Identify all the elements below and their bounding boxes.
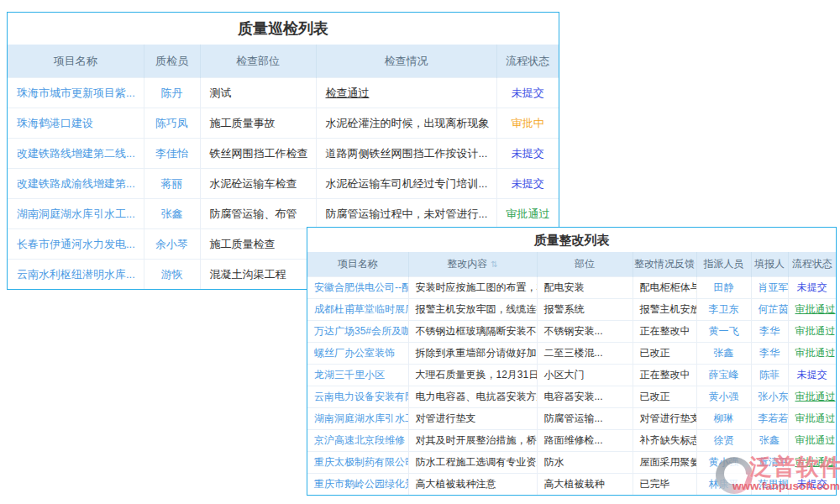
column-header-3: 整改情况反馈 <box>633 252 696 277</box>
check-situation-cell: 道路两侧铁丝网围挡工作按设计... <box>316 139 496 169</box>
table-row: 龙湖三千里小区大理石质量更换，12月31日之...小区大门正在整改中薛宝峰陈菲未… <box>307 365 836 386</box>
column-header-1[interactable]: 整改内容⇅ <box>408 252 537 277</box>
check-part-cell: 测试 <box>200 78 316 108</box>
flow-status-badge[interactable]: 审批通过 <box>788 408 836 430</box>
reporter-name-cell[interactable]: 陈菲 <box>751 365 788 386</box>
feedback-cell: 屋面采用聚氨... <box>633 452 696 474</box>
inspector-name-cell[interactable]: 蒋丽 <box>144 169 200 199</box>
reporter-name-cell[interactable]: 何芷茵 <box>751 299 788 321</box>
project-name-cell[interactable]: 螺丝厂办公室装饰 <box>307 343 408 365</box>
part-cell: 路面维修检... <box>537 430 633 452</box>
flow-status-badge[interactable]: 未提交 <box>496 139 559 169</box>
project-name-cell[interactable]: 云南电力设备安装有限公司20... <box>307 386 408 408</box>
part-cell: 小区大门 <box>537 365 633 386</box>
part-cell: 防腐管运输... <box>537 408 633 430</box>
reporter-name-cell[interactable]: 李华 <box>751 321 788 343</box>
table-row: 改建铁路线增建第二线...李佳怡铁丝网围挡工作检查道路两侧铁丝网围挡工作按设计.… <box>8 139 559 169</box>
column-header-2: 检查部位 <box>200 45 316 78</box>
rectification-header-row: 项目名称整改内容⇅部位整改情况反馈指派人员填报人流程状态 <box>307 252 836 277</box>
table-row: 湖南洞庭湖水库引水工...张鑫防腐管运输、布管防腐管运输过程中，未对管进行...… <box>8 199 559 229</box>
table-row: 改建铁路成渝线增建第...蒋丽水泥砼运输车检查水泥砼运输车司机经过专门培训...… <box>8 169 559 199</box>
inspector-name-cell[interactable]: 余小琴 <box>144 229 200 260</box>
project-name-cell[interactable]: 成都杜甫草堂临时展厅独立展... <box>307 299 408 321</box>
flow-status-badge[interactable]: 未提交 <box>496 78 559 108</box>
check-part-cell: 施工质量事故 <box>200 108 316 139</box>
assignee-name-cell[interactable]: 徐贤 <box>696 430 751 452</box>
feedback-cell: 已完毕 <box>633 474 696 496</box>
check-part-cell: 施工质量检查 <box>200 229 316 260</box>
inspector-name-cell[interactable]: 李佳怡 <box>144 139 200 169</box>
rectify-content-cell: 高大植被栽种注意 <box>408 474 537 496</box>
reporter-name-cell[interactable]: 肖亚军 <box>751 277 788 299</box>
column-header-2: 部位 <box>537 252 633 277</box>
project-name-cell[interactable]: 改建铁路成渝线增建第... <box>8 169 144 199</box>
flow-status-badge[interactable]: 未提交 <box>788 365 836 386</box>
flow-status-badge[interactable]: 审批通过 <box>788 299 836 321</box>
inspection-list-title: 质量巡检列表 <box>8 13 559 45</box>
part-cell: 防水 <box>537 452 633 474</box>
table-row: 珠海鹤港口建设陈巧凤施工质量事故水泥砼灌注的时候，出现离析现象审批中 <box>8 108 559 139</box>
assignee-name-cell[interactable]: 李卫东 <box>696 299 751 321</box>
feedback-cell: 已改正 <box>633 386 696 408</box>
assignee-name-cell[interactable]: 黄小强 <box>696 386 751 408</box>
project-name-cell[interactable]: 改建铁路线增建第二线... <box>8 139 144 169</box>
rectify-content-cell: 大理石质量更换，12月31日之... <box>408 365 537 386</box>
watermark-url: www.fanpusoft.com <box>732 480 840 492</box>
feedback-cell: 已改正 <box>633 343 696 365</box>
project-name-cell[interactable]: 云南水利枢纽潜明水库... <box>8 260 144 290</box>
assignee-name-cell[interactable]: 柳琳 <box>696 408 751 430</box>
project-name-cell[interactable]: 万达广场35#会所及咖啡厅空... <box>307 321 408 343</box>
inspection-header-row: 项目名称质检员检查部位检查情况流程状态 <box>8 45 559 78</box>
project-name-cell[interactable]: 安徽合肥供电公司--配电设备... <box>307 277 408 299</box>
column-header-6: 流程状态 <box>788 252 836 277</box>
rectify-content-cell: 防水工程施工选调有专业资质... <box>408 452 537 474</box>
rectify-content-cell: 不锈钢边框玻璃隔断安装不牢... <box>408 321 537 343</box>
project-name-cell[interactable]: 重庆太极制药有限公司亳州中... <box>307 452 408 474</box>
flow-status-badge[interactable]: 审批通过 <box>788 321 836 343</box>
part-cell: 高大植被栽种 <box>537 474 633 496</box>
feedback-cell: 报警主机安放... <box>633 299 696 321</box>
check-situation-cell: 防腐管运输过程中，未对管进行... <box>316 199 496 229</box>
flow-status-badge[interactable]: 审批通过 <box>788 386 836 408</box>
project-name-cell[interactable]: 龙湖三千里小区 <box>307 365 408 386</box>
assignee-name-cell[interactable]: 田静 <box>696 277 751 299</box>
part-cell: 电容器安装... <box>537 386 633 408</box>
project-name-cell[interactable]: 珠海鹤港口建设 <box>8 108 144 139</box>
assignee-name-cell[interactable]: 张鑫 <box>696 343 751 365</box>
reporter-name-cell[interactable]: 张鑫 <box>751 430 788 452</box>
check-situation-cell: 水泥砼运输车司机经过专门培训... <box>316 169 496 199</box>
reporter-name-cell[interactable]: 张小东 <box>751 386 788 408</box>
project-name-cell[interactable]: 珠海市城市更新项目紫... <box>8 78 144 108</box>
column-header-5: 填报人 <box>751 252 788 277</box>
inspector-name-cell[interactable]: 游恢 <box>144 260 200 290</box>
reporter-name-cell[interactable]: 李若若 <box>751 408 788 430</box>
sort-icon[interactable]: ⇅ <box>491 260 497 269</box>
assignee-name-cell[interactable]: 薛宝峰 <box>696 365 751 386</box>
project-name-cell[interactable]: 湖南洞庭湖水库引水工... <box>8 199 144 229</box>
reporter-name-cell[interactable]: 李华 <box>751 343 788 365</box>
flow-status-badge[interactable]: 未提交 <box>496 169 559 199</box>
inspector-name-cell[interactable]: 陈巧凤 <box>144 108 200 139</box>
check-situation-cell: 水泥砼灌注的时候，出现离析现象 <box>316 108 496 139</box>
column-header-1: 质检员 <box>144 45 200 78</box>
flow-status-badge[interactable]: 审批通过 <box>788 430 836 452</box>
inspector-name-cell[interactable]: 张鑫 <box>144 199 200 229</box>
column-header-3: 检查情况 <box>316 45 496 78</box>
flow-status-badge[interactable]: 审批通过 <box>496 199 559 229</box>
feedback-cell: 正在整改中 <box>633 365 696 386</box>
project-name-cell[interactable]: 长春市伊通河水力发电... <box>8 229 144 260</box>
project-name-cell[interactable]: 重庆市鹅岭公园绿化景观提升... <box>307 474 408 496</box>
project-name-cell[interactable]: 京沪高速北京段维修 <box>307 430 408 452</box>
rectify-content-cell: 拆除到承重墙部分请做好加固... <box>408 343 537 365</box>
table-row: 京沪高速北京段维修对其及时开展整治措施，桥头...路面维修检...补齐缺失标志.… <box>307 430 836 452</box>
flow-status-badge[interactable]: 未提交 <box>788 277 836 299</box>
flow-status-badge[interactable]: 审批中 <box>496 108 559 139</box>
check-part-cell: 铁丝网围挡工作检查 <box>200 139 316 169</box>
rectification-list-title: 质量整改列表 <box>307 228 836 252</box>
flow-status-badge[interactable]: 审批通过 <box>788 343 836 365</box>
rectify-content-cell: 报警主机安放牢固，线缆连接... <box>408 299 537 321</box>
project-name-cell[interactable]: 湖南洞庭湖水库引水工程施工标 <box>307 408 408 430</box>
vendor-watermark: 泛普软件 www.fanpusoft.com <box>711 452 838 501</box>
assignee-name-cell[interactable]: 黄一飞 <box>696 321 751 343</box>
inspector-name-cell[interactable]: 陈丹 <box>144 78 200 108</box>
